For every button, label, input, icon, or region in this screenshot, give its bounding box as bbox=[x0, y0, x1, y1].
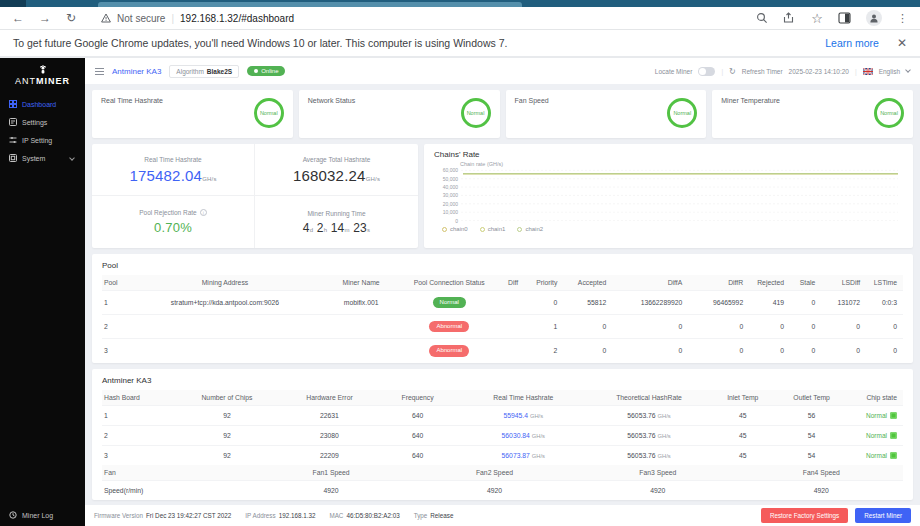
stat-value: 0.70% bbox=[154, 220, 192, 235]
stat-value: 168032.24GH/s bbox=[293, 167, 380, 184]
status-ring-label: Normal bbox=[260, 110, 278, 116]
learn-more-link[interactable]: Learn more bbox=[825, 37, 879, 49]
pool-panel-title: Pool bbox=[102, 258, 903, 275]
language-selector[interactable]: English bbox=[879, 68, 900, 75]
status-ring-label: Normal bbox=[880, 110, 898, 116]
status-cards-row: Real Time Hashrate Normal Network Status… bbox=[92, 90, 913, 138]
status-ring-label: Normal bbox=[673, 110, 691, 116]
divider: | bbox=[721, 68, 723, 75]
stats-panel: Real Time Hashrate 175482.04GH/s Average… bbox=[92, 144, 418, 248]
back-icon[interactable]: ← bbox=[12, 12, 24, 24]
col-fan4-speed: Fan4 Speed bbox=[740, 465, 903, 481]
pool-row-3: 3 Abnormal 2 0 0 0 0 0 0 0 bbox=[102, 339, 903, 363]
refresh-icon[interactable]: ↻ bbox=[729, 67, 736, 76]
stat-value: 175482.04GH/s bbox=[129, 167, 216, 184]
chip-ok-icon bbox=[890, 452, 897, 459]
fan1-speed-value: 4920 bbox=[249, 480, 412, 500]
col-pool-connection-status: Pool Connection Status bbox=[403, 275, 495, 291]
status-ring: Normal bbox=[254, 98, 284, 128]
miner-name bbox=[319, 339, 403, 363]
zoom-icon[interactable] bbox=[756, 12, 768, 24]
card-title: Network Status bbox=[308, 97, 355, 104]
chart-title: Chains' Rate bbox=[434, 150, 903, 159]
col-outlet-temp: Outlet Temp bbox=[775, 390, 849, 406]
locate-miner-label: Locate Miner bbox=[655, 68, 693, 75]
forward-icon[interactable]: → bbox=[39, 12, 51, 24]
sidebar: ANTMINER Dashboard Settings IP Setting S… bbox=[0, 58, 85, 526]
sidebar-item-system[interactable]: System bbox=[0, 149, 85, 167]
online-label: Online bbox=[261, 68, 278, 74]
col-pool: Pool bbox=[102, 275, 131, 291]
share-icon[interactable] bbox=[783, 12, 796, 24]
legend-item-chain2[interactable]: chain2 bbox=[517, 226, 543, 232]
sidebar-item-settings[interactable]: Settings bbox=[0, 113, 85, 131]
algorithm-chip: Algorithm Blake2S bbox=[169, 65, 239, 78]
algorithm-label: Algorithm bbox=[176, 68, 203, 75]
notice-message: To get future Google Chrome updates, you… bbox=[13, 37, 507, 49]
status-badge: Abnormal bbox=[429, 345, 469, 356]
chrome-update-notice: To get future Google Chrome updates, you… bbox=[0, 30, 920, 58]
restart-miner-button[interactable]: Restart Miner bbox=[855, 508, 911, 523]
svg-text:0: 0 bbox=[455, 217, 458, 223]
miner-dashboard-app: ANTMINER Dashboard Settings IP Setting S… bbox=[0, 58, 920, 526]
address-separator: | bbox=[171, 13, 174, 24]
menu-toggle-icon[interactable] bbox=[95, 68, 104, 75]
card-title: Fan Speed bbox=[515, 97, 549, 104]
col-diffr: DiffR bbox=[688, 275, 749, 291]
col-lstime: LSTime bbox=[866, 275, 903, 291]
col-fan: Fan bbox=[102, 465, 249, 481]
legend-marker bbox=[480, 227, 485, 232]
legend-item-chain1[interactable]: chain1 bbox=[480, 226, 506, 232]
col-hash-board: Hash Board bbox=[102, 390, 171, 406]
divider: | bbox=[855, 68, 857, 75]
restore-factory-settings-button[interactable]: Restore Factory Settings bbox=[761, 508, 848, 523]
system-icon bbox=[9, 154, 17, 162]
info-icon[interactable]: i bbox=[200, 209, 207, 216]
legend-marker bbox=[442, 227, 447, 232]
locate-miner-toggle[interactable] bbox=[698, 67, 715, 76]
address-bar[interactable]: Not secure | 192.168.1.32/#dashboard bbox=[101, 13, 294, 24]
stat-average-total-hashrate: Average Total Hashrate 168032.24GH/s bbox=[255, 144, 418, 196]
url-text: 192.168.1.32/#dashboard bbox=[180, 13, 294, 24]
fan-header-row: Fan Fan1 Speed Fan2 Speed Fan3 Speed Fan… bbox=[102, 465, 903, 481]
bookmark-star-icon[interactable]: ☆ bbox=[811, 12, 823, 25]
col-fan1-speed: Fan1 Speed bbox=[249, 465, 412, 481]
status-ring-label: Normal bbox=[467, 110, 485, 116]
chip-state-label: Normal bbox=[866, 432, 887, 439]
stat-unit: GH/s bbox=[202, 176, 216, 182]
chevron-down-icon bbox=[905, 67, 911, 73]
sidebar-item-dashboard[interactable]: Dashboard bbox=[0, 95, 85, 113]
legend-marker bbox=[517, 227, 522, 232]
mining-address bbox=[131, 339, 319, 363]
chip-state-label: Normal bbox=[866, 452, 887, 459]
browser-tab-strip bbox=[0, 0, 920, 7]
browser-tab[interactable] bbox=[98, 2, 522, 7]
card-miner-temperature: Miner Temperature Normal bbox=[712, 90, 913, 138]
security-label: Not secure bbox=[117, 13, 165, 24]
chains-rate-panel: Chains' Rate Chain rate (GH/s) 60,00050,… bbox=[424, 144, 913, 248]
col-fan3-speed: Fan3 Speed bbox=[576, 465, 739, 481]
svg-text:40,000: 40,000 bbox=[443, 184, 458, 190]
online-status-badge: Online bbox=[247, 66, 285, 76]
pool-row-2: 2 Abnormal 1 0 0 0 0 0 0 0 bbox=[102, 315, 903, 339]
sidebar-item-label: System bbox=[22, 155, 45, 162]
svg-text:20,000: 20,000 bbox=[443, 201, 458, 207]
status-badge: Normal bbox=[433, 297, 466, 308]
svg-text:60,000: 60,000 bbox=[443, 167, 458, 173]
stat-label: Miner Running Time bbox=[307, 210, 365, 217]
profile-avatar[interactable] bbox=[866, 10, 882, 26]
reload-icon[interactable]: ↻ bbox=[66, 12, 76, 24]
close-notice-icon[interactable]: ✕ bbox=[897, 37, 907, 49]
stat-real-time-hashrate: Real Time Hashrate 175482.04GH/s bbox=[92, 144, 255, 196]
col-number-of-chips: Number of Chips bbox=[171, 390, 283, 406]
pool-header-row: Pool Mining Address Miner Name Pool Conn… bbox=[102, 275, 903, 291]
side-panel-icon[interactable] bbox=[838, 12, 851, 24]
sidebar-item-ip-setting[interactable]: IP Setting bbox=[0, 131, 85, 149]
online-dot-icon bbox=[254, 69, 258, 73]
sidebar-item-miner-log[interactable]: Miner Log bbox=[9, 511, 53, 519]
browser-menu-icon[interactable]: ⋮ bbox=[897, 12, 908, 25]
legend-item-chain0[interactable]: chain0 bbox=[442, 226, 468, 232]
chevron-down-icon bbox=[69, 155, 75, 161]
col-miner-name: Miner Name bbox=[319, 275, 403, 291]
board-row-1: 1 92 22631 640 55945.4 GH/s 56053.76 GH/… bbox=[102, 405, 903, 425]
